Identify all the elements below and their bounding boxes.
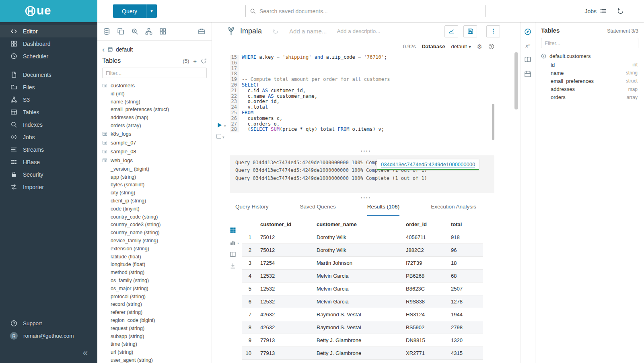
sidebar-item-s3[interactable]: S3 <box>0 93 97 106</box>
dashboard-icon[interactable] <box>159 28 167 35</box>
tab-results-106-[interactable]: Results (106) <box>367 204 399 216</box>
column-item[interactable]: device_family (string) <box>102 237 207 245</box>
global-search[interactable] <box>245 5 486 17</box>
grid-view-button[interactable] <box>230 227 239 233</box>
tab-saved-queries[interactable]: Saved Queries <box>300 204 336 216</box>
tab-query-history[interactable]: Query History <box>235 204 269 216</box>
query-id-tooltip[interactable]: 034d413ec7474ed5:4249de1000000000 <box>377 159 479 170</box>
sidebar-item-importer[interactable]: Importer <box>0 181 97 193</box>
column-item[interactable]: country_code3 (string) <box>102 221 207 229</box>
sitemap-icon[interactable] <box>145 28 152 35</box>
save-button[interactable] <box>463 25 477 37</box>
tab-execution-analysis[interactable]: Execution Analysis <box>431 204 476 216</box>
hue-logo[interactable]: ue <box>0 0 97 22</box>
new-query-button[interactable]: Query <box>113 4 146 18</box>
database-select[interactable]: default ▾ <box>451 43 471 50</box>
column-item[interactable]: url (string) <box>102 348 207 356</box>
more-actions-button[interactable] <box>486 25 500 37</box>
column-item[interactable]: subapp (string) <box>102 332 207 340</box>
sidebar-item-files[interactable]: Files <box>0 81 97 93</box>
query-name-input[interactable]: Add a name... <box>289 28 327 35</box>
column-item[interactable]: client_ip (string) <box>102 197 207 205</box>
columns-toggle-button[interactable] <box>230 251 239 258</box>
column-item[interactable]: _version_ (bigint) <box>102 165 207 173</box>
right-table-filter[interactable] <box>541 38 638 48</box>
run-options-caret[interactable]: ▾ <box>224 122 226 129</box>
column-item[interactable]: country_code (string) <box>102 213 207 221</box>
table-item-sample-08[interactable]: sample_08 <box>102 147 207 156</box>
sidebar-item-dashboard[interactable]: Dashboard <box>0 37 97 50</box>
sidebar-item-hbase[interactable]: HBase <box>0 156 97 168</box>
sidebar-item-user[interactable]: R romain@gethue.com <box>0 330 97 342</box>
column-item[interactable]: name (string) <box>102 98 207 106</box>
gear-icon[interactable]: ⚙ <box>477 43 482 50</box>
results-column-header[interactable]: order_id <box>403 217 449 231</box>
column-item-name[interactable]: namestring <box>541 69 638 77</box>
column-item[interactable]: bytes (smallint) <box>102 181 207 189</box>
column-item[interactable]: record (string) <box>102 301 207 309</box>
column-item[interactable]: time (string) <box>102 340 207 349</box>
sidebar-item-tables[interactable]: Tables <box>0 106 97 118</box>
copy-icon[interactable] <box>117 28 124 35</box>
column-item[interactable]: email_preferences (struct) <box>102 106 207 114</box>
column-item[interactable]: protocol (string) <box>102 293 207 301</box>
sidebar-item-support[interactable]: Support <box>0 317 97 330</box>
table-item-customers[interactable]: customers <box>102 81 207 90</box>
active-table-row[interactable]: default.customers <box>541 53 638 59</box>
query-options-caret[interactable]: ▾ <box>146 4 157 18</box>
chart-view-button[interactable]: ▾ <box>230 239 239 246</box>
collapse-sidebar-button[interactable]: « <box>83 349 88 357</box>
resize-handle[interactable]: •••• <box>212 148 520 153</box>
code-editor[interactable]: ▾ ▾ 1516171819202122232425262728 WHERE a… <box>212 52 520 144</box>
column-item-email-preferences[interactable]: email_preferencesstruct <box>541 77 638 85</box>
column-item[interactable]: extension (string) <box>102 245 207 253</box>
column-item[interactable]: app (string) <box>102 173 207 181</box>
download-button[interactable] <box>230 263 239 269</box>
back-button[interactable]: ‹ <box>102 46 105 53</box>
column-item[interactable]: id (int) <box>102 90 207 98</box>
column-item[interactable]: os_major (string) <box>102 285 207 293</box>
column-item-addresses[interactable]: addressesmap <box>541 85 638 93</box>
results-column-header[interactable]: customer_id <box>258 217 314 231</box>
column-item-orders[interactable]: ordersarray <box>541 93 638 101</box>
info-icon[interactable] <box>541 54 546 59</box>
column-item[interactable]: country_name (string) <box>102 229 207 237</box>
column-item[interactable]: region_code (bigint) <box>102 316 207 324</box>
column-item[interactable]: os_family (string) <box>102 276 207 285</box>
briefcase-icon[interactable] <box>198 28 205 35</box>
table-item-sample-07[interactable]: sample_07 <box>102 138 207 147</box>
book-icon[interactable] <box>524 56 531 63</box>
sidebar-item-streams[interactable]: Streams <box>0 143 97 156</box>
calendar-icon[interactable] <box>524 70 531 78</box>
add-table-icon[interactable]: + <box>193 58 197 64</box>
column-item[interactable]: city (string) <box>102 189 207 197</box>
main-scrollbar[interactable] <box>514 52 518 109</box>
jobs-link[interactable]: Jobs <box>584 8 607 14</box>
editor-scrollbar[interactable] <box>492 104 494 140</box>
column-item[interactable]: code (tinyint) <box>102 205 207 213</box>
results-column-header[interactable]: customer_name <box>314 217 403 231</box>
column-item[interactable]: user_agent (string) <box>102 356 207 363</box>
column-item[interactable]: method (string) <box>102 268 207 276</box>
sidebar-item-security[interactable]: Security <box>0 168 97 181</box>
column-item[interactable]: longitude (float) <box>102 261 207 269</box>
right-filter-input[interactable] <box>545 40 635 46</box>
column-item[interactable]: addresses (map) <box>102 113 207 122</box>
breadcrumb-database[interactable]: default <box>116 46 133 53</box>
run-query-button[interactable] <box>216 122 223 128</box>
column-item[interactable]: latitude (float) <box>102 253 207 261</box>
superscript-icon[interactable]: x² <box>526 43 530 49</box>
column-item[interactable]: request (string) <box>102 324 207 332</box>
history-icon[interactable] <box>617 8 624 14</box>
sidebar-item-editor[interactable]: Editor <box>0 25 97 37</box>
column-item-id[interactable]: idint <box>541 61 638 69</box>
help-icon[interactable] <box>488 43 494 50</box>
sidebar-item-scheduler[interactable]: Scheduler <box>0 50 97 62</box>
column-item[interactable]: referer (string) <box>102 308 207 316</box>
results-column-header[interactable]: total <box>449 217 483 231</box>
table-filter-input[interactable] <box>106 70 203 76</box>
db-icon[interactable] <box>103 28 110 35</box>
resize-handle[interactable]: •••• <box>212 195 520 200</box>
table-item-web-logs[interactable]: web_logs <box>102 156 207 165</box>
column-item[interactable]: orders (array) <box>102 122 207 130</box>
